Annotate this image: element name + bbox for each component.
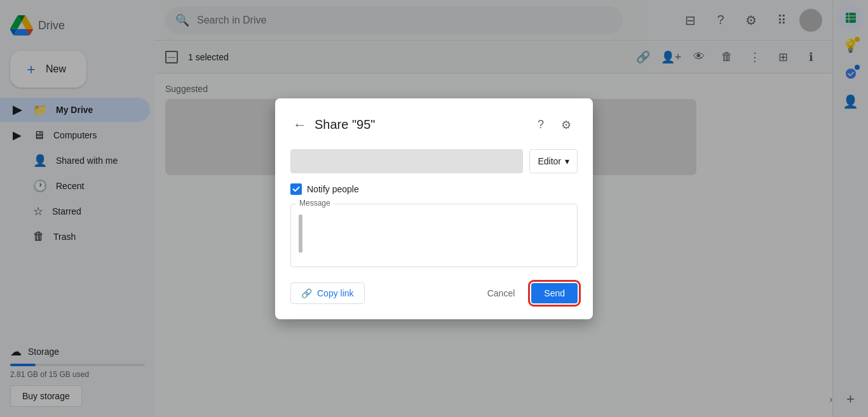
people-row: Editor ▾ [290,149,578,173]
notify-row: Notify people [290,183,578,195]
dialog-back-button[interactable]: ← [290,114,309,136]
editor-dropdown-label: Editor [538,156,561,166]
checkmark-icon [292,185,300,193]
cancel-button[interactable]: Cancel [477,283,526,303]
notify-people-label: Notify people [307,184,359,194]
message-legend: Message [297,199,333,208]
dialog-settings-icon: ⚙ [561,118,571,132]
dialog-settings-button[interactable]: ⚙ [555,114,578,136]
footer-right: Cancel Send [477,283,578,303]
message-cursor [299,215,302,253]
message-group: Message [290,204,578,267]
dialog-help-icon: ? [538,118,544,131]
message-textarea[interactable] [290,204,578,267]
back-arrow-icon: ← [293,117,307,133]
copy-link-label: Copy link [317,288,354,298]
dialog-title: Share "95" [315,117,524,132]
dialog-footer: 🔗 Copy link Cancel Send [290,282,578,304]
notify-checkbox[interactable] [290,183,302,195]
dialog-help-button[interactable]: ? [529,114,552,136]
editor-dropdown[interactable]: Editor ▾ [529,149,578,173]
editor-dropdown-arrow-icon: ▾ [565,156,569,166]
dialog-header: ← Share "95" ? ⚙ [290,114,578,136]
send-button[interactable]: Send [531,283,578,303]
dialog-header-icons: ? ⚙ [529,114,578,136]
copy-link-button[interactable]: 🔗 Copy link [290,282,365,304]
people-input[interactable] [290,149,523,173]
modal-overlay: ← Share "95" ? ⚙ Editor ▾ [0,0,868,417]
share-dialog: ← Share "95" ? ⚙ Editor ▾ [275,98,593,319]
link-copy-icon: 🔗 [301,288,312,298]
